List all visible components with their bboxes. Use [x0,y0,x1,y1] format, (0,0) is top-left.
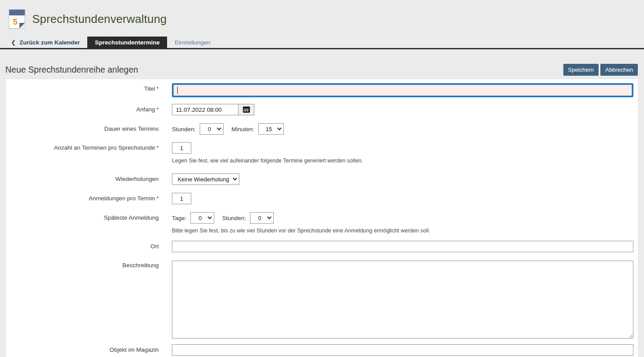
tab-bar: ❮ Zurück zum Kalender Sprechstundentermi… [0,37,644,49]
titel-label: Titel [144,85,155,92]
anmeldungen-input[interactable] [172,193,191,204]
spaeteste-stunden-select[interactable]: 0 [250,212,274,224]
anfang-label: Anfang [136,106,155,113]
anzahl-help-text: Legen Sie fest, wie viel aufeinander fol… [172,158,636,164]
required-marker: * [156,195,159,202]
anmeldungen-label: Anmeldungen pro Termin [89,195,155,202]
row-dauer: Dauer eines Termins Stunden: 0 Minuten: … [6,123,636,135]
chevron-down-icon [233,176,237,180]
required-marker: * [156,106,159,113]
app-title: Sprechstundenverwaltung [32,12,167,26]
row-spaeteste-anmeldung: Späteste Anmeldung Tage: 0 Stunden: 0 Bi… [6,212,636,234]
tage-label: Tage: [172,215,186,221]
page-title: Neue Sprechstundenreihe anlegen [5,65,138,75]
tab-sprechstundentermine[interactable]: Sprechstundentermine [87,37,167,48]
calendar-app-icon: 5 [9,9,25,29]
tab-einstellungen[interactable]: Einstellungen [167,37,218,48]
form-actions: Speichern Abbrechen [563,64,638,76]
wiederholungen-label: Wiederholungen [115,176,159,182]
calendar-picker-button[interactable] [238,104,254,115]
save-button[interactable]: Speichern [563,64,599,76]
page-title-bar: Neue Sprechstundenreihe anlegen Speicher… [5,64,638,76]
tab-back-to-calendar[interactable]: ❮ Zurück zum Kalender [4,37,87,48]
minuten-label: Minuten: [231,126,254,132]
row-objekt-im-magazin: Objekt im Magazin [6,344,636,356]
spaeteste-tage-select[interactable]: 0 [190,212,214,224]
text-caret [177,87,178,94]
dauer-label: Dauer eines Termins [104,125,159,132]
row-anmeldungen: Anmeldungen pro Termin* [6,193,636,204]
objekt-label: Objekt im Magazin [109,346,159,353]
row-anfang: Anfang* [6,104,636,115]
row-anzahl: Anzahl an Terminen pro Sprechstunde* Leg… [6,142,636,164]
spaeteste-label: Späteste Anmeldung [104,214,159,221]
spaeteste-help-text: Bitte legen Sie fest, bis zu wie viel St… [172,228,636,234]
beschreibung-textarea[interactable] [172,261,633,339]
calendar-icon-number: 5 [9,15,21,28]
anfang-datetime-input[interactable] [172,104,238,115]
chevron-down-icon [208,215,212,219]
chevron-left-icon: ❮ [11,40,16,45]
tab-back-label: Zurück zum Kalender [19,39,80,46]
row-wiederholungen: Wiederholungen Keine Wiederholung [6,173,636,185]
ort-label: Ort [150,243,159,250]
anzahl-input[interactable] [172,142,191,154]
row-beschreibung: Beschreibung [6,261,636,339]
row-ort: Ort [6,241,636,252]
wiederholungen-select[interactable]: Keine Wiederholung [172,173,239,185]
form-panel: Titel* Anfang* Dauer eines Termins [6,79,638,357]
spaeteste-stunden-label: Stunden: [222,215,246,221]
anzahl-label: Anzahl an Terminen pro Sprechstunde [54,144,155,151]
titel-input[interactable] [173,85,632,96]
chevron-down-icon [267,215,272,219]
objekt-input[interactable] [172,344,633,356]
beschreibung-label: Beschreibung [122,262,159,269]
chevron-down-icon [277,126,282,130]
dauer-stunden-select[interactable]: 0 [200,123,223,135]
ort-input[interactable] [172,241,633,252]
cancel-button[interactable]: Abbrechen [600,64,638,76]
dauer-minuten-select[interactable]: 15 [258,123,284,135]
required-marker: * [156,85,159,92]
stunden-label: Stunden: [172,126,196,132]
row-titel: Titel* [6,83,636,97]
chevron-down-icon [217,126,221,130]
required-marker: * [156,144,159,151]
app-header: 5 Sprechstundenverwaltung [0,0,644,37]
calendar-icon [243,107,250,113]
